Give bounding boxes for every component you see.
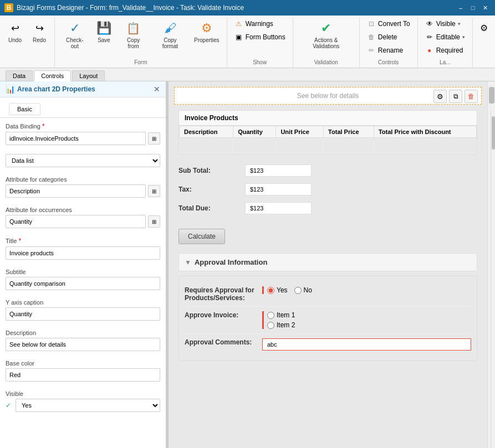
- actions-validations-button[interactable]: ✔ Actions & Validations: [297, 18, 356, 52]
- editable-button[interactable]: ✏ Editable ▾: [421, 31, 469, 43]
- basic-tab[interactable]: Basic: [9, 103, 40, 115]
- description-label: Description: [6, 329, 160, 336]
- maximize-button[interactable]: □: [467, 3, 478, 12]
- visible-label: Visible: [436, 20, 456, 28]
- minimize-button[interactable]: –: [455, 3, 466, 12]
- attr-occurrences-input[interactable]: [6, 215, 146, 228]
- approve-invoice-content: Item 1 Item 2: [262, 311, 471, 329]
- copy-from-label: Copy from: [121, 37, 146, 49]
- item1-radio[interactable]: [267, 312, 274, 319]
- field-title: Title *: [0, 233, 166, 264]
- approval-expand-icon[interactable]: ▼: [185, 259, 191, 266]
- area-chart-icon: 📊: [6, 85, 15, 94]
- validation-group-label: Validation: [293, 59, 359, 65]
- ribbon-group-controls: ⊡ Convert To 🗑 Delete ✏ Rename Controls: [360, 18, 418, 68]
- visible-field-label: Visible: [6, 390, 160, 397]
- tax-row: Tax: $123: [178, 180, 477, 199]
- col-quantity: Quantity: [233, 126, 276, 138]
- copy-format-label: Copy format: [155, 37, 185, 49]
- undo-icon: ↩: [7, 20, 23, 36]
- subtitle-input[interactable]: [6, 277, 160, 290]
- title-input[interactable]: [6, 246, 160, 260]
- visible-button[interactable]: 👁 Visible ▾: [421, 18, 465, 30]
- canvas-copy-btn[interactable]: ⧉: [449, 90, 462, 103]
- undo-button[interactable]: ↩ Undo: [3, 18, 27, 46]
- field-y-axis: Y axis caption: [0, 295, 166, 325]
- data-binding-browse-btn[interactable]: ⊞: [148, 132, 160, 145]
- convert-to-button[interactable]: ⊡ Convert To: [363, 18, 414, 30]
- approval-section-header: ▼ Approval Information: [178, 253, 477, 271]
- required-label: Required: [436, 47, 463, 54]
- sub-total-label: Sub Total:: [178, 167, 245, 174]
- no-radio-item: No: [294, 286, 312, 294]
- no-radio[interactable]: [294, 287, 302, 294]
- item2-radio[interactable]: [267, 322, 274, 329]
- rename-button[interactable]: ✏ Rename: [363, 44, 407, 56]
- checkout-button[interactable]: ✓ Check-out: [58, 18, 91, 52]
- settings-button[interactable]: ⚙: [477, 20, 491, 36]
- delete-label: Delete: [378, 33, 397, 41]
- calculate-button[interactable]: Calculate: [178, 229, 225, 244]
- tab-data[interactable]: Data: [6, 70, 33, 81]
- approve-invoice-row: Approve Invoice: Item 1 Item 2: [185, 307, 471, 334]
- left-panel: 📊 Area chart 2D Properties ✕ Basic Data …: [0, 81, 166, 448]
- warnings-label: Warnings: [246, 20, 273, 28]
- attr-categories-browse-btn[interactable]: ⊞: [148, 185, 160, 197]
- save-button[interactable]: 💾 Save: [93, 18, 116, 46]
- canvas-delete-btn[interactable]: 🗑: [465, 90, 478, 103]
- save-label: Save: [98, 37, 110, 43]
- required-icon: ●: [425, 46, 434, 55]
- ribbon-group-validation: ✔ Actions & Validations Validation: [293, 18, 360, 68]
- editable-label: Editable: [436, 33, 460, 41]
- approval-section: Requires Approval for Products/Services:…: [178, 276, 477, 361]
- form-buttons-icon: ▣: [234, 33, 243, 42]
- visible-check-icon: ✓: [6, 401, 11, 409]
- copy-from-icon: 📋: [126, 20, 141, 36]
- tab-controls[interactable]: Controls: [34, 70, 71, 81]
- show-group-label: Show: [227, 59, 293, 65]
- base-color-input[interactable]: [6, 368, 160, 382]
- redo-button[interactable]: ↪ Redo: [28, 18, 51, 46]
- table-title: Invoice Products: [179, 111, 477, 126]
- visible-select[interactable]: Yes No: [16, 399, 160, 412]
- total-due-label: Total Due:: [178, 204, 245, 212]
- form-buttons-button[interactable]: ▣ Form Buttons: [231, 31, 289, 43]
- copy-from-button[interactable]: 📋 Copy from: [117, 18, 150, 52]
- props-close-button[interactable]: ✕: [154, 85, 160, 94]
- approval-section-title: Approval Information: [195, 258, 267, 266]
- yes-label: Yes: [277, 286, 288, 294]
- warnings-button[interactable]: ⚠ Warnings: [231, 18, 277, 30]
- attr-categories-label: Attribute for categories: [6, 176, 160, 183]
- attr-categories-input[interactable]: [6, 184, 146, 198]
- approve-invoice-label: Approve Invoice:: [185, 311, 262, 319]
- main-area: 📊 Area chart 2D Properties ✕ Basic Data …: [0, 81, 495, 448]
- props-panel: Data Binding * ⊞ Data list Attribute for…: [0, 118, 166, 448]
- yes-radio[interactable]: [267, 287, 274, 294]
- field-subtitle: Subtitle: [0, 264, 166, 295]
- copy-format-icon: 🖌: [162, 20, 178, 36]
- tab-layout[interactable]: Layout: [72, 70, 105, 81]
- close-button[interactable]: ✕: [479, 3, 491, 12]
- title-bar: B Bizagi Forms Designer - Form: frm_Vali…: [0, 0, 495, 16]
- copy-format-button[interactable]: 🖌 Copy format: [151, 18, 189, 52]
- required-button[interactable]: ● Required: [421, 44, 467, 56]
- ribbon-group-show: ⚠ Warnings ▣ Form Buttons Show: [227, 18, 293, 68]
- rename-icon: ✏: [367, 46, 376, 55]
- properties-button[interactable]: ⚙ Properties: [190, 18, 223, 46]
- approval-comments-input[interactable]: [262, 338, 471, 351]
- y-axis-input[interactable]: [6, 307, 160, 321]
- data-list-select[interactable]: Data list: [6, 154, 160, 167]
- data-binding-input[interactable]: [6, 132, 146, 145]
- visible-icon: 👁: [425, 19, 434, 28]
- redo-label: Redo: [33, 37, 46, 43]
- canvas-settings-btn[interactable]: ⚙: [433, 90, 447, 103]
- delete-button[interactable]: 🗑 Delete: [363, 31, 401, 43]
- no-label: No: [304, 286, 312, 294]
- settings-icon: ⚙: [480, 23, 488, 33]
- item2-radio-item: Item 2: [267, 321, 471, 329]
- description-input[interactable]: [6, 338, 160, 351]
- summary-section: Sub Total: $123 Tax: $123 Total Due: $12…: [178, 161, 477, 218]
- attr-occurrences-browse-btn[interactable]: ⊞: [148, 215, 160, 228]
- field-visible: Visible ✓ Yes No: [0, 386, 166, 416]
- right-scroll-thumb[interactable]: [489, 87, 494, 104]
